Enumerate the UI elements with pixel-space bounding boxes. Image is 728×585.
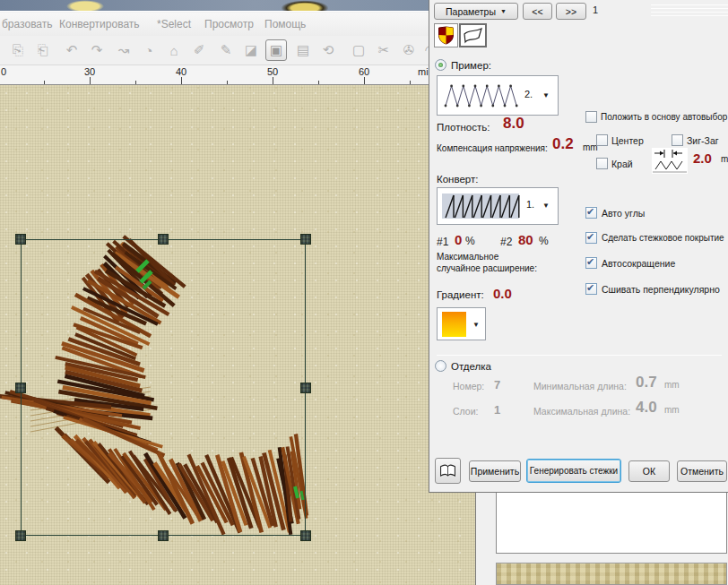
ruler-label: 40 [176, 66, 186, 77]
sew-perpendicular-label: Сшивать перпендикулярно [602, 284, 720, 295]
selection-handle[interactable] [158, 530, 169, 541]
shield-icon [438, 26, 455, 45]
book-icon [439, 463, 456, 478]
paste-icon[interactable]: ⎗ [32, 39, 54, 61]
menu-item-help[interactable]: Помощь [264, 18, 306, 30]
object-list-box[interactable] [496, 492, 727, 554]
envelope-pattern-dropdown[interactable]: 1. ▼ [437, 187, 559, 225]
auto-corners-label: Авто углы [602, 208, 645, 219]
ok-button[interactable]: ОК [628, 460, 670, 482]
parameters-menu-button[interactable]: Параметры ▼ [434, 3, 518, 20]
apply-button[interactable]: Применить [469, 460, 521, 482]
generate-stitches-button[interactable]: Генерировать стежки [526, 459, 621, 483]
param1-percent: % [465, 235, 475, 247]
sample-radio[interactable] [435, 59, 446, 71]
pattern-index: 1. [526, 199, 534, 210]
garment-icon[interactable]: ⌂ [163, 39, 185, 61]
zigzag-width-unit: mm [721, 154, 728, 164]
gradient-color-dropdown[interactable]: ▼ [437, 307, 486, 340]
selection-handle[interactable] [15, 383, 26, 393]
copy-icon[interactable]: ⎘ [7, 39, 29, 61]
gradient-swatch-icon [442, 312, 466, 337]
selection-handle[interactable] [15, 530, 26, 541]
selection-handle[interactable] [300, 383, 311, 393]
color-picker-icon[interactable]: ✐ [188, 39, 210, 61]
eraser-icon[interactable]: ▣ [265, 39, 287, 61]
center-label: Центер [611, 135, 644, 146]
menu-item-convert[interactable]: Конвертировать [59, 18, 140, 30]
finish-radio-label: Отделка [451, 361, 491, 372]
envelope-label: Конверт: [437, 174, 478, 185]
hide-stitches-icon[interactable]: ✂ [373, 39, 394, 61]
menu-item-select[interactable]: *Select [157, 18, 191, 30]
selection-handle[interactable] [300, 530, 311, 541]
selection-handle[interactable] [300, 234, 311, 245]
stitch-cover-checkbox[interactable] [585, 232, 597, 244]
menu-bar: бразовать Конвертировать *Select Просмот… [0, 13, 429, 36]
auto-reduce-label: Автосокращение [602, 258, 675, 269]
menu-item-view[interactable]: Просмотр [204, 18, 254, 30]
selection-handle[interactable] [158, 234, 169, 245]
show-fabric-icon[interactable]: ✇ [398, 39, 420, 61]
help-book-button[interactable] [435, 458, 461, 484]
stitch-cover-label: Сделать стежковое покрытие [602, 233, 724, 243]
center-checkbox[interactable] [596, 134, 608, 146]
selection-handle[interactable] [15, 234, 26, 245]
cancel-button[interactable]: Отменить [677, 460, 727, 482]
hoop-icon[interactable]: ▢ [348, 39, 369, 61]
refresh-icon[interactable]: ⟲ [317, 39, 339, 61]
sew-simulator-icon[interactable]: ◪ [240, 39, 262, 61]
auto-reduce-checkbox[interactable] [585, 257, 597, 269]
auto-base-label: Положить в основу автовыбор [601, 112, 727, 122]
auto-corners-checkbox[interactable] [585, 207, 597, 219]
next-object-button[interactable]: >> [556, 3, 586, 20]
redo-icon[interactable]: ↷ [86, 39, 108, 61]
background-panels [476, 492, 728, 585]
preview-thumbnail[interactable] [496, 563, 727, 585]
edit-notes-icon[interactable]: ✎ [215, 39, 237, 61]
panel-grip[interactable] [651, 2, 728, 15]
sample-pattern-dropdown[interactable]: 2. ▼ [437, 75, 559, 116]
edge-checkbox[interactable] [596, 158, 608, 169]
gradient-value[interactable]: 0.0 [493, 286, 512, 301]
max-random-label-2: случайное расширение: [437, 263, 537, 273]
zigzag-width-value[interactable]: 2.0 [693, 151, 712, 166]
patch-shape-button[interactable] [459, 23, 487, 47]
finish-radio[interactable] [435, 360, 446, 372]
param2-percent: % [539, 235, 549, 247]
curve-edit-icon[interactable]: ↝ [113, 39, 134, 61]
layers-value: 1 [494, 403, 500, 417]
undo-icon[interactable]: ↶ [61, 39, 82, 61]
param1-value[interactable]: 0 [455, 232, 462, 247]
prev-object-button[interactable]: << [523, 3, 552, 20]
menu-item-transform[interactable]: бразовать [2, 18, 53, 30]
toolbar: ⎘⎗↶↷↝◔⌂✐✎◪▣▤⟲▢✂✇◠⌇ [0, 36, 429, 65]
application-window: бразовать Конвертировать *Select Просмот… [0, 0, 728, 585]
design-canvas[interactable] [0, 85, 476, 585]
param2-value[interactable]: 80 [518, 232, 533, 247]
compensation-value[interactable]: 0.2 [552, 135, 574, 153]
chevron-down-icon: ▼ [542, 91, 550, 99]
density-value[interactable]: 8.0 [503, 115, 524, 133]
fill-mode-button[interactable] [434, 23, 458, 47]
ruler-label: mi [418, 66, 429, 77]
sawtooth-pattern-icon [442, 193, 521, 219]
pattern-index: 2. [524, 89, 533, 99]
gauge-icon[interactable]: ◔ [138, 39, 160, 61]
zigzag-label: Зиг-Заг [687, 135, 719, 146]
ruler-horizontal: 030405060mi [0, 65, 429, 85]
sew-perpendicular-checkbox[interactable] [585, 283, 597, 295]
ruler-label: 30 [84, 66, 95, 77]
parameters-panel: Параметры ▼ << >> 1 Пример: 2 [429, 0, 728, 493]
patch-outline-icon [463, 27, 483, 44]
zigzag-checkbox[interactable] [672, 134, 683, 146]
ruler-label: 0 [1, 66, 6, 77]
max-length-value: 4.0 [636, 399, 657, 417]
auto-base-checkbox[interactable] [585, 111, 597, 123]
image-dialog-icon[interactable]: ▤ [292, 39, 314, 61]
chevron-down-icon: ▼ [542, 202, 550, 210]
min-length-unit: mm [664, 380, 680, 390]
number-label: Номер: [453, 381, 484, 391]
number-value: 7 [494, 378, 500, 391]
ruler-label: 60 [359, 66, 369, 77]
